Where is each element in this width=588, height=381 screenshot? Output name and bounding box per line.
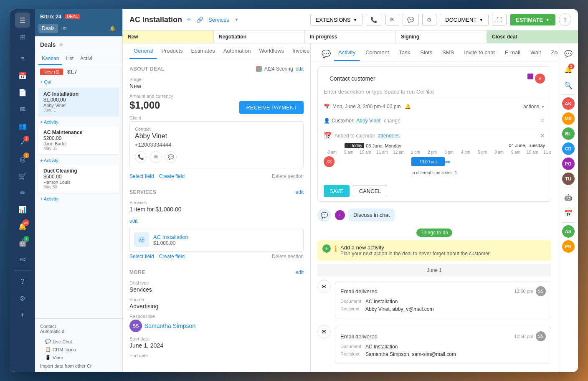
- rs-avatar-3[interactable]: BL: [562, 127, 575, 140]
- add-activity-3[interactable]: + Activity: [35, 195, 122, 203]
- team-icon[interactable]: 👥: [15, 118, 30, 133]
- select-field-link-2[interactable]: Select field: [129, 254, 154, 259]
- delete-section-1[interactable]: Delete section: [272, 173, 304, 179]
- customer-name-link[interactable]: Abby Vinet: [356, 118, 380, 124]
- email-button[interactable]: ✉: [385, 14, 399, 26]
- tab-im[interactable]: Im: [58, 24, 70, 33]
- tab-invoices[interactable]: Invoices: [288, 43, 310, 59]
- contact-chat-icon[interactable]: 💬: [165, 151, 177, 163]
- tasks-icon[interactable]: ✓1: [15, 135, 30, 150]
- help-icon[interactable]: ?: [15, 274, 30, 289]
- live-chat-link[interactable]: 💬 Live Chat: [45, 338, 112, 345]
- tab-sms[interactable]: SMS: [438, 47, 458, 61]
- target-icon[interactable]: ◎3: [15, 152, 30, 167]
- grid-icon[interactable]: ⊞: [15, 29, 30, 44]
- settings-icon[interactable]: ⚙: [15, 291, 30, 306]
- tab-icon-notification[interactable]: 🔔: [106, 24, 119, 33]
- tab-automation[interactable]: Automation: [219, 43, 255, 59]
- receive-payment-button[interactable]: RECEIVE PAYMENT: [239, 101, 304, 114]
- rs-avatar-4[interactable]: CD: [562, 142, 575, 155]
- contact-email-icon[interactable]: ✉: [150, 151, 162, 163]
- tab-task[interactable]: Task: [395, 47, 415, 61]
- calendar-icon[interactable]: 📅: [15, 68, 30, 83]
- import-link[interactable]: Import data from other Cr: [40, 363, 117, 368]
- viber-link[interactable]: 📱 Viber: [45, 354, 112, 361]
- delete-section-2[interactable]: Delete section: [272, 254, 304, 259]
- help-button[interactable]: ?: [559, 13, 571, 26]
- calendar-close-btn[interactable]: ✕: [540, 132, 545, 139]
- customer-close-icon[interactable]: ✕: [540, 117, 545, 124]
- tab-slots[interactable]: Slots: [416, 47, 436, 61]
- tab-products[interactable]: Products: [157, 43, 187, 59]
- phone-button[interactable]: 📞: [366, 14, 382, 26]
- rs-avatar-1[interactable]: AK: [562, 97, 575, 110]
- contact-call-icon[interactable]: 📞: [135, 151, 147, 163]
- breadcrumb-link[interactable]: Services: [208, 17, 229, 23]
- pipeline-stage-negotiation[interactable]: Negotiation: [214, 30, 305, 43]
- save-button[interactable]: SAVE: [324, 185, 350, 197]
- document-icon[interactable]: 📄: [15, 85, 30, 100]
- services-edit-link[interactable]: edit: [296, 189, 304, 195]
- hd-label[interactable]: HD: [15, 252, 30, 267]
- rs-avatar-6[interactable]: TU: [562, 173, 575, 185]
- notify-icon[interactable]: 🔔24: [15, 218, 30, 234]
- menu-icon[interactable]: ☰: [15, 13, 30, 28]
- estimate-button[interactable]: ESTIMATE ▼: [510, 14, 555, 25]
- list-icon[interactable]: ≡: [15, 51, 30, 66]
- deal-card-2[interactable]: AC Maintenance $200.00 Jane Bader May 31: [38, 126, 119, 155]
- rs-avatar-as[interactable]: AS: [562, 225, 575, 238]
- add-activity-1[interactable]: + Activity: [35, 118, 122, 126]
- robot-icon[interactable]: 🤖1: [15, 235, 30, 250]
- edit-title-icon[interactable]: ✏: [187, 17, 191, 23]
- tab-workflows[interactable]: Workflows: [255, 43, 288, 59]
- activity-btn-icon[interactable]: 💬: [317, 47, 332, 61]
- extensions-button[interactable]: EXTENSIONS ▼: [310, 14, 363, 26]
- tab-zoom[interactable]: Zoom: [547, 47, 558, 61]
- responsible-name[interactable]: Samantha Simpson: [144, 323, 195, 329]
- pipeline-stage-new[interactable]: New: [123, 30, 214, 43]
- rs-calendar-icon[interactable]: 📅: [562, 206, 575, 220]
- add-activity-2[interactable]: + Activity: [35, 156, 122, 165]
- document-button[interactable]: DOCUMENT ▼: [440, 14, 489, 26]
- sub-tab-activity[interactable]: Activi: [77, 53, 96, 65]
- cart-icon[interactable]: 🛒: [15, 168, 30, 183]
- deal-card-1[interactable]: AC Installation $1,000.00 Abby Vinet Jun…: [38, 88, 119, 116]
- add-activity-title[interactable]: Add a new activity: [340, 244, 490, 251]
- sub-tab-list[interactable]: List: [62, 53, 77, 65]
- rs-chat-icon[interactable]: 💬: [562, 47, 575, 60]
- edit-icon[interactable]: ✏: [15, 185, 30, 200]
- pipeline-stage-signing[interactable]: Signing: [396, 30, 487, 43]
- discuss-bubble[interactable]: Discuss in chat: [348, 208, 395, 221]
- cancel-button[interactable]: CANCEL: [353, 185, 388, 197]
- tab-estimates[interactable]: Estimates: [187, 43, 219, 59]
- chart-icon[interactable]: 📊: [15, 202, 30, 217]
- star-icon[interactable]: ★: [58, 41, 64, 48]
- gear-button[interactable]: ⚙: [422, 14, 436, 26]
- sms-button[interactable]: 💬: [403, 14, 419, 26]
- quick-add-btn[interactable]: + Qui: [35, 78, 122, 86]
- sub-tab-kanban[interactable]: Kanban: [38, 53, 62, 65]
- tab-email[interactable]: E-mail: [501, 47, 525, 61]
- crm-form-link[interactable]: 📋 CRM formu: [45, 346, 112, 353]
- rs-avatar-2[interactable]: MR: [562, 112, 575, 125]
- tab-invite-chat[interactable]: Invite to chat: [460, 47, 499, 61]
- pipeline-stage-close[interactable]: Close deal: [487, 30, 578, 43]
- services-edit-link2[interactable]: edit: [129, 218, 137, 224]
- tab-activity[interactable]: Activity: [334, 47, 360, 61]
- create-field-link-2[interactable]: Create field: [159, 254, 185, 259]
- customer-change-link[interactable]: change: [384, 118, 400, 124]
- rs-avatar-5[interactable]: PQ: [562, 157, 575, 170]
- compose-input[interactable]: Enter description or type Space to run C…: [318, 86, 551, 100]
- rs-bell-icon[interactable]: 🔔2: [562, 63, 575, 76]
- tab-wait[interactable]: Wait: [526, 47, 545, 61]
- create-field-link-1[interactable]: Create field: [159, 173, 185, 179]
- rs-avatar-pn[interactable]: PN: [562, 240, 575, 253]
- tab-general[interactable]: General: [129, 43, 157, 59]
- scoring-edit-link[interactable]: edit: [296, 66, 304, 72]
- tab-comment[interactable]: Comment: [361, 47, 393, 61]
- mail-icon[interactable]: ✉: [15, 102, 30, 117]
- pipeline-stage-inprogress[interactable]: In progress: [305, 30, 396, 43]
- select-field-link-1[interactable]: Select field: [129, 173, 154, 179]
- rs-robot-icon[interactable]: 🤖: [562, 190, 575, 204]
- fullscreen-button[interactable]: ⛶: [492, 14, 507, 26]
